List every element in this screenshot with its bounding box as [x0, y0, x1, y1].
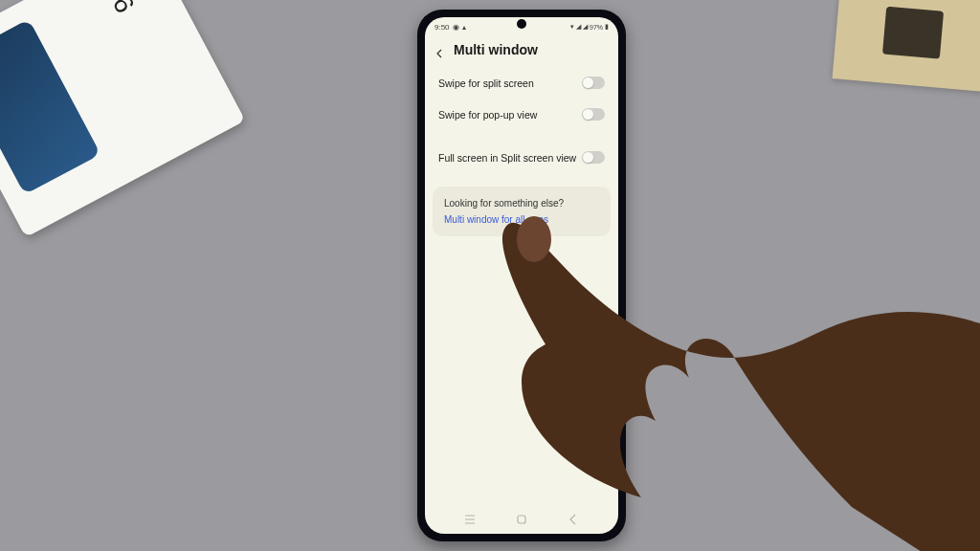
notification-icon: ◉	[453, 23, 459, 32]
toggle-swipe-split[interactable]	[582, 77, 605, 89]
camera-notch	[517, 19, 526, 29]
box-phone-graphic	[0, 19, 100, 195]
product-name: Galaxy A06	[51, 0, 140, 18]
desk-object	[833, 0, 980, 94]
back-button[interactable]	[567, 513, 580, 526]
toggle-swipe-popup[interactable]	[582, 108, 605, 121]
recents-button[interactable]	[463, 513, 477, 526]
svg-rect-0	[518, 516, 525, 523]
suggestion-card: Looking for something else? Multi window…	[433, 187, 611, 236]
signal-icon: ◢	[583, 23, 588, 31]
setting-label: Full screen in Split screen view	[438, 152, 576, 164]
setting-label: Swipe for pop-up view	[438, 109, 537, 121]
phone-frame: 9:50 ◉ ▴ ▾ ◢ ◢ 97% ▮ Multi window Swipe …	[417, 10, 626, 541]
setting-label: Swipe for split screen	[438, 77, 534, 89]
desk-object-part	[882, 7, 944, 59]
wifi-icon: ▾	[570, 23, 574, 31]
setting-swipe-split[interactable]: Swipe for split screen	[425, 67, 618, 99]
page-title: Multi window	[454, 42, 538, 57]
home-button[interactable]	[515, 513, 528, 526]
battery-icon: ▮	[605, 23, 609, 31]
product-box: Galaxy A06	[0, 0, 245, 237]
setting-swipe-popup[interactable]: Swipe for pop-up view	[425, 99, 618, 130]
suggestion-prompt: Looking for something else?	[444, 198, 599, 209]
page-header: Multi window	[425, 34, 618, 67]
phone-screen: 9:50 ◉ ▴ ▾ ◢ ◢ 97% ▮ Multi window Swipe …	[425, 17, 618, 534]
navigation-bar	[425, 509, 618, 530]
signal-icon: ◢	[576, 23, 581, 31]
setting-fullscreen-split[interactable]: Full screen in Split screen view	[425, 142, 618, 173]
toggle-fullscreen-split[interactable]	[582, 151, 605, 164]
suggestion-link[interactable]: Multi window for all apps	[444, 214, 599, 225]
battery-pct: 97%	[590, 24, 603, 31]
back-icon[interactable]	[434, 45, 444, 55]
notification-icon: ▴	[462, 23, 466, 32]
status-time: 9:50	[434, 23, 450, 32]
